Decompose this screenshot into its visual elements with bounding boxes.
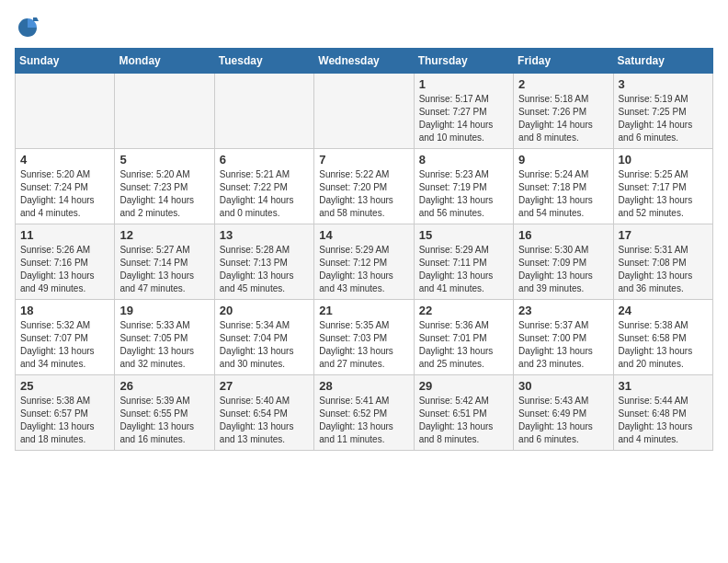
cell-date: 19 — [119, 304, 209, 317]
cell-info: Sunrise: 5:35 AM Sunset: 7:03 PM Dayligh… — [319, 319, 408, 371]
cell-date: 27 — [220, 379, 309, 393]
calendar-cell: 13Sunrise: 5:28 AM Sunset: 7:13 PM Dayli… — [214, 224, 313, 300]
calendar-body: 1Sunrise: 5:17 AM Sunset: 7:27 PM Daylig… — [16, 74, 713, 451]
calendar-cell: 14Sunrise: 5:29 AM Sunset: 7:12 PM Dayli… — [314, 224, 414, 300]
cell-info: Sunrise: 5:34 AM Sunset: 7:04 PM Dayligh… — [220, 319, 309, 371]
cell-info: Sunrise: 5:27 AM Sunset: 7:14 PM Dayligh… — [119, 244, 209, 295]
cell-date: 14 — [319, 228, 408, 242]
cell-info: Sunrise: 5:43 AM Sunset: 6:49 PM Dayligh… — [518, 395, 608, 446]
day-header-monday: Monday — [115, 49, 214, 74]
calendar-cell: 8Sunrise: 5:23 AM Sunset: 7:19 PM Daylig… — [414, 149, 513, 224]
week-row-5: 25Sunrise: 5:38 AM Sunset: 6:57 PM Dayli… — [16, 375, 713, 451]
calendar-cell: 16Sunrise: 5:30 AM Sunset: 7:09 PM Dayli… — [514, 224, 613, 300]
calendar-table: SundayMondayTuesdayWednesdayThursdayFrid… — [15, 48, 713, 451]
week-row-1: 1Sunrise: 5:17 AM Sunset: 7:27 PM Daylig… — [16, 74, 713, 149]
cell-info: Sunrise: 5:39 AM Sunset: 6:55 PM Dayligh… — [119, 395, 209, 446]
day-header-friday: Friday — [514, 49, 613, 74]
calendar-cell: 22Sunrise: 5:36 AM Sunset: 7:01 PM Dayli… — [414, 300, 513, 375]
cell-info: Sunrise: 5:42 AM Sunset: 6:51 PM Dayligh… — [419, 395, 508, 446]
cell-date: 16 — [518, 228, 608, 242]
cell-info: Sunrise: 5:25 AM Sunset: 7:17 PM Dayligh… — [619, 168, 708, 220]
cell-date: 9 — [518, 153, 608, 167]
week-row-3: 11Sunrise: 5:26 AM Sunset: 7:16 PM Dayli… — [16, 224, 713, 300]
calendar-cell: 4Sunrise: 5:20 AM Sunset: 7:24 PM Daylig… — [16, 149, 115, 224]
calendar-cell: 31Sunrise: 5:44 AM Sunset: 6:48 PM Dayli… — [613, 375, 712, 451]
cell-info: Sunrise: 5:32 AM Sunset: 7:07 PM Dayligh… — [20, 319, 109, 371]
cell-date: 6 — [220, 153, 309, 167]
cell-info: Sunrise: 5:37 AM Sunset: 7:00 PM Dayligh… — [518, 319, 608, 371]
cell-date: 11 — [20, 228, 109, 242]
cell-date: 4 — [20, 153, 109, 167]
cell-date: 17 — [619, 228, 708, 242]
cell-date: 20 — [220, 304, 309, 317]
cell-date: 8 — [419, 153, 508, 167]
day-header-saturday: Saturday — [613, 49, 712, 74]
calendar-cell: 25Sunrise: 5:38 AM Sunset: 6:57 PM Dayli… — [16, 375, 115, 451]
cell-info: Sunrise: 5:38 AM Sunset: 6:57 PM Dayligh… — [20, 395, 109, 446]
cell-date: 1 — [419, 77, 508, 91]
cell-info: Sunrise: 5:44 AM Sunset: 6:48 PM Dayligh… — [619, 395, 708, 446]
calendar-cell: 30Sunrise: 5:43 AM Sunset: 6:49 PM Dayli… — [514, 375, 613, 451]
cell-info: Sunrise: 5:41 AM Sunset: 6:52 PM Dayligh… — [319, 395, 408, 446]
cell-info: Sunrise: 5:36 AM Sunset: 7:01 PM Dayligh… — [419, 319, 508, 371]
calendar-cell: 28Sunrise: 5:41 AM Sunset: 6:52 PM Dayli… — [314, 375, 414, 451]
cell-date: 21 — [319, 304, 408, 317]
calendar-cell: 2Sunrise: 5:18 AM Sunset: 7:26 PM Daylig… — [514, 74, 613, 149]
calendar-cell: 17Sunrise: 5:31 AM Sunset: 7:08 PM Dayli… — [613, 224, 712, 300]
calendar-cell: 15Sunrise: 5:29 AM Sunset: 7:11 PM Dayli… — [414, 224, 513, 300]
cell-date: 29 — [419, 379, 508, 393]
cell-date: 23 — [518, 304, 608, 317]
cell-date: 12 — [119, 228, 209, 242]
cell-date: 5 — [119, 153, 209, 167]
calendar-cell: 6Sunrise: 5:21 AM Sunset: 7:22 PM Daylig… — [214, 149, 313, 224]
cell-info: Sunrise: 5:17 AM Sunset: 7:27 PM Dayligh… — [419, 93, 508, 144]
calendar-cell: 10Sunrise: 5:25 AM Sunset: 7:17 PM Dayli… — [613, 149, 712, 224]
cell-info: Sunrise: 5:20 AM Sunset: 7:23 PM Dayligh… — [119, 168, 209, 220]
cell-date: 18 — [20, 304, 109, 317]
calendar-cell — [214, 74, 313, 149]
cell-date: 3 — [619, 77, 708, 91]
cell-date: 2 — [518, 77, 608, 91]
cell-info: Sunrise: 5:29 AM Sunset: 7:11 PM Dayligh… — [419, 244, 508, 295]
cell-info: Sunrise: 5:33 AM Sunset: 7:05 PM Dayligh… — [119, 319, 209, 371]
calendar-cell: 11Sunrise: 5:26 AM Sunset: 7:16 PM Dayli… — [16, 224, 115, 300]
day-header-tuesday: Tuesday — [214, 49, 313, 74]
calendar-cell: 20Sunrise: 5:34 AM Sunset: 7:04 PM Dayli… — [214, 300, 313, 375]
calendar-cell: 1Sunrise: 5:17 AM Sunset: 7:27 PM Daylig… — [414, 74, 513, 149]
calendar-cell: 23Sunrise: 5:37 AM Sunset: 7:00 PM Dayli… — [514, 300, 613, 375]
cell-date: 22 — [419, 304, 508, 317]
cell-date: 7 — [319, 153, 408, 167]
cell-date: 10 — [619, 153, 708, 167]
calendar-cell: 7Sunrise: 5:22 AM Sunset: 7:20 PM Daylig… — [314, 149, 414, 224]
header-row: SundayMondayTuesdayWednesdayThursdayFrid… — [16, 49, 713, 74]
logo-icon — [15, 15, 40, 40]
calendar-cell: 21Sunrise: 5:35 AM Sunset: 7:03 PM Dayli… — [314, 300, 414, 375]
logo — [15, 15, 40, 40]
day-header-thursday: Thursday — [414, 49, 513, 74]
cell-info: Sunrise: 5:21 AM Sunset: 7:22 PM Dayligh… — [220, 168, 309, 220]
calendar-cell — [115, 74, 214, 149]
cell-info: Sunrise: 5:31 AM Sunset: 7:08 PM Dayligh… — [619, 244, 708, 295]
cell-info: Sunrise: 5:24 AM Sunset: 7:18 PM Dayligh… — [518, 168, 608, 220]
cell-date: 31 — [619, 379, 708, 393]
calendar-cell: 18Sunrise: 5:32 AM Sunset: 7:07 PM Dayli… — [16, 300, 115, 375]
cell-info: Sunrise: 5:38 AM Sunset: 6:58 PM Dayligh… — [619, 319, 708, 371]
cell-info: Sunrise: 5:23 AM Sunset: 7:19 PM Dayligh… — [419, 168, 508, 220]
day-header-sunday: Sunday — [16, 49, 115, 74]
calendar-cell — [16, 74, 115, 149]
cell-date: 26 — [119, 379, 209, 393]
calendar-cell: 26Sunrise: 5:39 AM Sunset: 6:55 PM Dayli… — [115, 375, 214, 451]
calendar-cell: 5Sunrise: 5:20 AM Sunset: 7:23 PM Daylig… — [115, 149, 214, 224]
calendar-cell: 9Sunrise: 5:24 AM Sunset: 7:18 PM Daylig… — [514, 149, 613, 224]
page-header — [15, 15, 713, 40]
calendar-header: SundayMondayTuesdayWednesdayThursdayFrid… — [16, 49, 713, 74]
day-header-wednesday: Wednesday — [314, 49, 414, 74]
cell-info: Sunrise: 5:28 AM Sunset: 7:13 PM Dayligh… — [220, 244, 309, 295]
week-row-4: 18Sunrise: 5:32 AM Sunset: 7:07 PM Dayli… — [16, 300, 713, 375]
cell-info: Sunrise: 5:30 AM Sunset: 7:09 PM Dayligh… — [518, 244, 608, 295]
calendar-cell: 27Sunrise: 5:40 AM Sunset: 6:54 PM Dayli… — [214, 375, 313, 451]
calendar-cell: 24Sunrise: 5:38 AM Sunset: 6:58 PM Dayli… — [613, 300, 712, 375]
calendar-cell: 3Sunrise: 5:19 AM Sunset: 7:25 PM Daylig… — [613, 74, 712, 149]
cell-info: Sunrise: 5:22 AM Sunset: 7:20 PM Dayligh… — [319, 168, 408, 220]
cell-info: Sunrise: 5:20 AM Sunset: 7:24 PM Dayligh… — [20, 168, 109, 220]
